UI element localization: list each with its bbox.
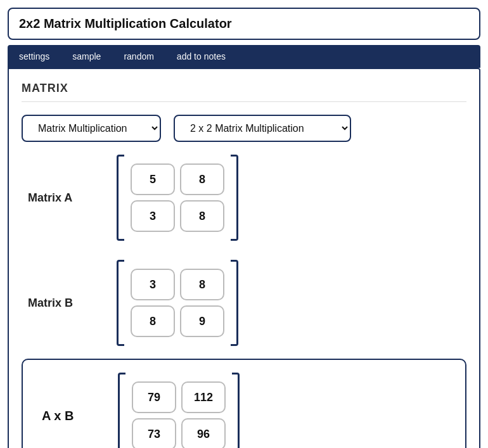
matrix-a-cell-10[interactable]: 3 xyxy=(131,200,175,232)
result-box: A x B 79 112 73 96 xyxy=(22,359,466,448)
tab-sample[interactable]: sample xyxy=(61,45,112,68)
matrix-a-bracket: 5 8 3 8 xyxy=(117,155,238,241)
tab-random[interactable]: random xyxy=(112,45,165,68)
matrix-a-cell-00[interactable]: 5 xyxy=(131,163,175,195)
matrix-b-cell-00[interactable]: 3 xyxy=(131,269,175,300)
matrix-a-cell-01[interactable]: 8 xyxy=(180,163,224,195)
bracket-left-result xyxy=(118,373,125,448)
matrix-b-bracket: 3 8 8 9 xyxy=(117,260,238,346)
matrix-a-cell-11[interactable]: 8 xyxy=(180,200,224,232)
result-label: A x B xyxy=(42,409,93,423)
bracket-right-result xyxy=(232,373,240,448)
nav-tabs: settings sample random add to notes xyxy=(8,45,480,68)
app-container: 2x2 Matrix Multiplication Calculator set… xyxy=(0,0,488,448)
section-label: MATRIX xyxy=(22,82,466,102)
dropdown-row: Matrix Multiplication 2 x 2 Matrix Multi… xyxy=(22,115,466,142)
result-cell-11: 96 xyxy=(181,418,226,448)
matrix-b-label: Matrix B xyxy=(28,297,91,310)
tab-add-to-notes[interactable]: add to notes xyxy=(165,45,237,68)
result-grid: 79 112 73 96 xyxy=(129,376,228,448)
matrix-b-row: Matrix B 3 8 8 9 xyxy=(28,260,460,346)
result-cell-01: 112 xyxy=(181,381,226,413)
bracket-left-b xyxy=(117,260,124,346)
matrix-b-cell-10[interactable]: 8 xyxy=(131,305,175,337)
matrix-size-select[interactable]: 2 x 2 Matrix Multiplication xyxy=(174,115,351,142)
result-cell-10: 73 xyxy=(132,418,176,448)
matrix-a-row: Matrix A 5 8 3 8 xyxy=(28,155,460,241)
matrix-a-label: Matrix A xyxy=(28,191,91,205)
matrix-b-cell-01[interactable]: 8 xyxy=(180,269,224,300)
bracket-right-a xyxy=(231,155,238,241)
matrix-a-grid: 5 8 3 8 xyxy=(128,158,227,237)
tab-settings[interactable]: settings xyxy=(8,45,61,68)
matrices-area: Matrix A 5 8 3 8 Matrix B xyxy=(22,155,466,346)
bracket-left-a xyxy=(117,155,124,241)
bracket-right-b xyxy=(231,260,238,346)
matrix-b-grid: 3 8 8 9 xyxy=(128,264,227,342)
matrix-type-select[interactable]: Matrix Multiplication xyxy=(22,115,161,142)
matrix-b-cell-11[interactable]: 9 xyxy=(180,305,224,337)
page-title: 2x2 Matrix Multiplication Calculator xyxy=(8,8,480,40)
result-bracket: 79 112 73 96 xyxy=(118,373,240,448)
main-content: MATRIX Matrix Multiplication 2 x 2 Matri… xyxy=(8,68,480,448)
result-cell-00: 79 xyxy=(132,381,176,413)
